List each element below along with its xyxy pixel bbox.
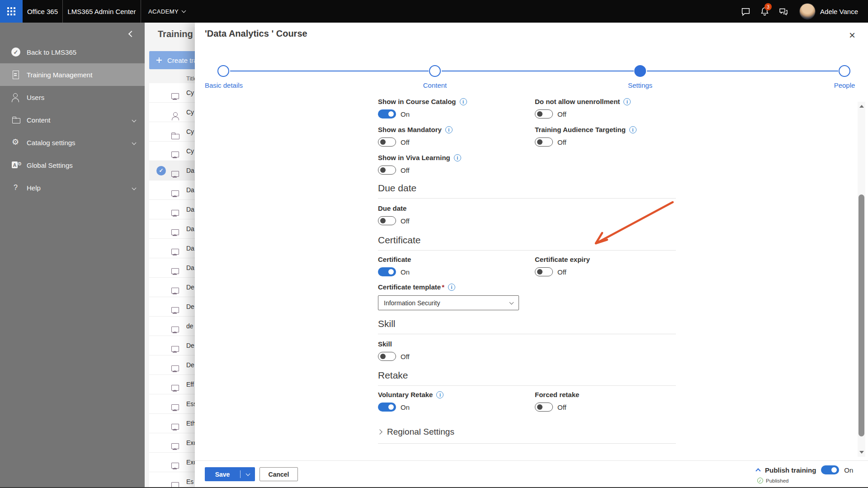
step-people-label[interactable]: People <box>834 81 855 89</box>
list-item-title: Da <box>186 225 194 232</box>
sidebar-item-label: Back to LMS365 <box>27 48 76 56</box>
chevron-down-icon <box>132 185 137 190</box>
section-certificate: Certificate <box>378 235 676 251</box>
chat-button[interactable] <box>736 0 755 23</box>
doc-icon <box>11 70 20 79</box>
info-icon[interactable]: i <box>460 98 467 105</box>
certificate-template-dropdown[interactable]: Information Security <box>378 295 519 310</box>
info-icon[interactable]: i <box>436 391 443 398</box>
list-item-title: Eff <box>186 381 194 388</box>
regional-settings-expander[interactable]: Regional Settings <box>378 427 676 444</box>
sidebar-item[interactable]: Training Management <box>0 63 145 86</box>
sidebar-item[interactable]: Help <box>0 176 145 199</box>
published-check-icon <box>757 478 763 483</box>
step-content-label[interactable]: Content <box>423 81 447 89</box>
scrollbar[interactable] <box>858 102 865 457</box>
sidebar-collapse-button[interactable] <box>127 27 137 41</box>
list-item-title: Da <box>186 206 194 213</box>
save-button[interactable]: Save <box>205 467 255 481</box>
sidebar-item-label: Catalog settings <box>27 139 75 147</box>
field-voluntary-retake: Voluntary Retakei On <box>378 391 532 412</box>
chevron-right-icon <box>377 429 382 434</box>
field-certificate-expiry: Certificate expiry Off <box>535 256 689 276</box>
info-icon[interactable]: i <box>454 154 461 161</box>
modal-title: 'Data Analytics ' Course <box>205 28 307 39</box>
certificate-expiry-toggle[interactable] <box>535 267 553 276</box>
sidebar-item[interactable]: Users <box>0 86 145 109</box>
field-due-date: Due date Off <box>378 204 532 225</box>
step-basic-details-circle[interactable] <box>217 65 229 77</box>
chevron-left-icon <box>128 31 135 37</box>
close-icon[interactable]: × <box>847 28 857 43</box>
voluntary-retake-toggle[interactable] <box>378 403 396 412</box>
field-show-in-course-catalog: Show in Course Catalogi On <box>378 98 532 118</box>
info-icon[interactable]: i <box>445 126 453 133</box>
step-people-circle[interactable] <box>839 65 850 77</box>
list-item-title: Cy <box>186 128 194 135</box>
info-icon[interactable]: i <box>629 126 637 133</box>
sidebar-item[interactable]: Back to LMS365 <box>0 41 145 63</box>
chat-icon <box>741 7 750 16</box>
chevron-down-icon <box>245 471 250 476</box>
forced-retake-toggle[interactable] <box>535 403 553 412</box>
sidebar-nav: Back to LMS365 Training Management Users… <box>0 41 145 199</box>
notification-badge: 3 <box>764 3 772 10</box>
lms365-admin-center-link[interactable]: LMS365 Admin Center <box>63 0 141 23</box>
folder-icon <box>11 115 20 124</box>
sidebar-item[interactable]: Global Settings <box>0 154 145 176</box>
feedback-icon <box>778 7 788 16</box>
step-content-circle[interactable] <box>429 65 441 77</box>
notifications-button[interactable]: 3 <box>755 0 774 23</box>
user-name[interactable]: Adele Vance <box>820 8 858 15</box>
chevron-down-icon <box>182 8 186 13</box>
list-item-title: Cy <box>186 109 194 116</box>
list-item-title: Da <box>186 186 194 194</box>
user-avatar[interactable] <box>799 3 816 19</box>
info-icon[interactable]: i <box>623 98 631 105</box>
chevron-up-icon[interactable] <box>755 468 760 473</box>
modal-footer: Save Cancel Publish training On Publishe… <box>195 460 868 488</box>
course-settings-modal: 'Data Analytics ' Course × Basic details… <box>195 23 868 488</box>
office-365-link[interactable]: Office 365 <box>23 0 62 23</box>
info-icon[interactable]: i <box>448 284 455 291</box>
sidebar-item[interactable]: Catalog settings <box>0 131 145 154</box>
scrollbar-up-arrow[interactable] <box>858 103 865 110</box>
chevron-down-icon <box>132 140 137 145</box>
save-dropdown-button[interactable] <box>241 474 255 475</box>
certificate-template-value: Information Security <box>384 299 440 307</box>
training-audience-targeting-toggle[interactable] <box>535 137 553 147</box>
users-icon <box>11 93 20 102</box>
published-status: Published <box>766 478 789 483</box>
certificate-toggle[interactable] <box>378 267 396 276</box>
publish-training-toggle[interactable] <box>821 465 839 474</box>
list-item-title: Da <box>186 167 194 174</box>
check-circle-icon <box>11 47 20 57</box>
publish-training-label: Publish training <box>765 466 816 474</box>
show-as-mandatory-toggle[interactable] <box>378 137 396 147</box>
scrollbar-thumb[interactable] <box>859 194 864 436</box>
feedback-button[interactable] <box>774 0 793 23</box>
skill-toggle[interactable] <box>378 352 396 361</box>
step-settings-label[interactable]: Settings <box>628 81 652 89</box>
step-basic-details-label[interactable]: Basic details <box>205 81 243 89</box>
due-date-toggle[interactable] <box>378 216 396 225</box>
scrollbar-down-arrow[interactable] <box>858 449 865 456</box>
show-in-viva-learning-toggle[interactable] <box>378 166 396 175</box>
list-item-title: de <box>186 322 193 330</box>
show-in-course-catalog-toggle[interactable] <box>378 109 396 118</box>
selected-check-icon <box>156 166 166 175</box>
chevron-down-icon <box>132 118 137 122</box>
do-not-allow-unenrollment-toggle[interactable] <box>535 109 553 118</box>
sidebar-item[interactable]: Content <box>0 109 145 131</box>
cancel-button[interactable]: Cancel <box>259 467 298 481</box>
admin-sidebar: Back to LMS365 Training Management Users… <box>0 23 145 488</box>
app-launcher-icon[interactable] <box>0 0 23 23</box>
step-settings-circle[interactable] <box>634 65 646 77</box>
field-do-not-allow-unenrollment: Do not allow unenrollmenti Off <box>535 98 689 118</box>
field-show-as-mandatory: Show as Mandatoryi Off <box>378 126 532 147</box>
waffle-grid-icon <box>7 7 15 15</box>
tenant-dropdown[interactable]: ACADEMY <box>141 0 193 23</box>
list-item-title: Da <box>186 245 194 252</box>
sidebar-item-label: Users <box>27 94 44 101</box>
column-header-title[interactable]: Title <box>149 75 197 82</box>
